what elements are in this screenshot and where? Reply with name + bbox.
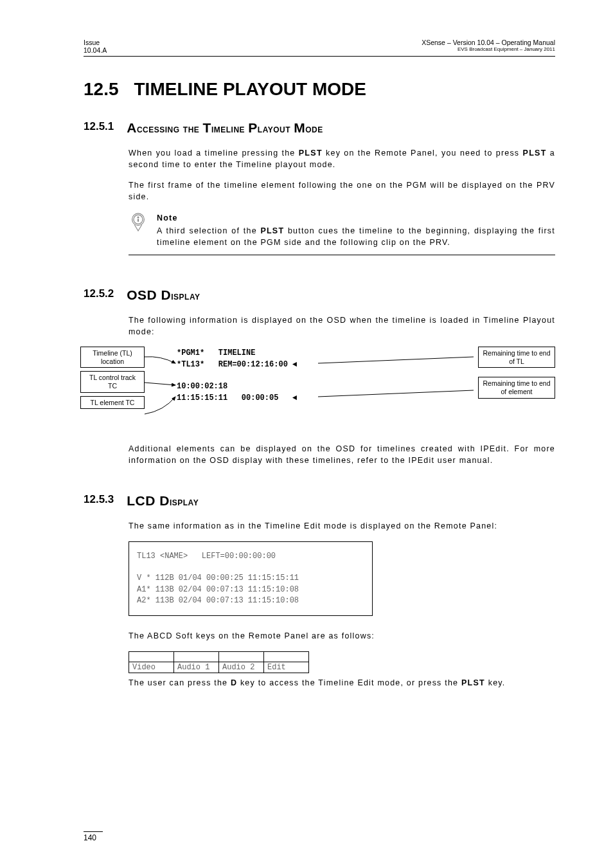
subsection-heading-12-5-3: 12.5.3 LCD Display <box>84 493 555 509</box>
softkey-edit: Edit <box>264 662 309 673</box>
doc-company: EVS Broadcast Equipment – January 2011 <box>422 46 555 52</box>
table-cell <box>129 651 174 662</box>
note-title: Note <box>157 212 555 224</box>
paragraph: The user can press the D key to access t… <box>129 677 555 689</box>
osd-line: *TL13* REM=00:12:16:00 <box>177 360 288 369</box>
table-row: Video Audio 1 Audio 2 Edit <box>129 662 309 673</box>
key-plst: PLST <box>523 149 547 158</box>
svg-line-5 <box>145 383 175 385</box>
osd-left-labels: Timeline (TL) location TL control track … <box>80 347 145 409</box>
issue-label: Issue <box>84 39 107 46</box>
paragraph: Additional elements can be displayed on … <box>129 443 555 466</box>
header-right: XSense – Version 10.04 – Operating Manua… <box>422 39 555 54</box>
table-cell <box>174 651 219 662</box>
page-number: 140 <box>84 831 103 842</box>
paragraph: The ABCD Soft keys on the Remote Panel a… <box>129 630 555 642</box>
paragraph: When you load a timeline pressing the PL… <box>129 147 555 170</box>
osd-right-labels: Remaining time to end of TL Remaining ti… <box>478 347 555 398</box>
subheading-number: 12.5.3 <box>84 493 114 509</box>
paragraph: The following information is displayed o… <box>129 314 555 338</box>
paragraph: The same information as in the Timeline … <box>129 520 555 532</box>
text: key. <box>485 678 505 687</box>
osd-line: *PGM1* TIMELINE <box>177 348 255 357</box>
note-block: Note A third selection of the PLST butto… <box>129 212 555 255</box>
issue-value: 10.04.A <box>84 46 107 54</box>
text: A third selection of the <box>157 226 260 235</box>
svg-line-7 <box>318 390 474 397</box>
label-tl-element-tc: TL element TC <box>80 396 145 410</box>
section-heading-12-5: 12.5 TIMELINE PLAYOUT MODE <box>84 79 555 100</box>
text: key on the Remote Panel, you need to pre… <box>323 149 523 158</box>
subheading-number: 12.5.2 <box>84 287 114 303</box>
key-plst: PLST <box>461 678 485 687</box>
softkey-audio2: Audio 2 <box>219 662 264 673</box>
osd-line: 10:00:02:18 <box>177 382 227 391</box>
page-header: Issue 10.04.A XSense – Version 10.04 – O… <box>84 39 555 57</box>
paragraph: The first frame of the timeline element … <box>129 179 555 203</box>
svg-rect-3 <box>138 219 139 222</box>
lcd-display-box: TL13 <NAME> LEFT=00:00:00:00 V * 112B 01… <box>129 541 373 617</box>
softkey-audio1: Audio 1 <box>174 662 219 673</box>
heading-number: 12.5 <box>84 79 119 100</box>
text: When you load a timeline pressing the <box>129 149 299 158</box>
text: The user can press the <box>129 678 231 687</box>
subheading-number: 12.5.1 <box>84 120 114 136</box>
label-remaining-time-element: Remaining time to end of element <box>478 377 555 398</box>
heading-title: TIMELINE PLAYOUT MODE <box>134 79 366 100</box>
table-cell <box>264 651 309 662</box>
subsection-heading-12-5-1: 12.5.1 Accessing the Timeline Playout Mo… <box>84 120 555 136</box>
osd-screen-text: *PGM1* TIMELINE *TL13* REM=00:12:16:00 ◄… <box>177 348 297 404</box>
softkeys-table: Video Audio 1 Audio 2 Edit <box>129 651 309 673</box>
table-cell <box>219 651 264 662</box>
osd-line: 11:15:15:11 00:00:05 <box>177 393 278 402</box>
label-timeline-location: Timeline (TL) location <box>80 347 145 368</box>
subheading-title: OSD Display <box>127 287 200 303</box>
table-row <box>129 651 309 662</box>
note-text: Note A third selection of the PLST butto… <box>157 212 555 248</box>
key-plst: PLST <box>299 149 323 158</box>
svg-line-6 <box>318 357 474 363</box>
svg-point-2 <box>138 216 139 218</box>
header-left: Issue 10.04.A <box>84 39 107 54</box>
text: key to access the Timeline Edit mode, or… <box>237 678 461 687</box>
label-remaining-time-tl: Remaining time to end of TL <box>478 347 555 368</box>
key-plst: PLST <box>260 226 284 235</box>
doc-title: XSense – Version 10.04 – Operating Manua… <box>422 39 555 46</box>
subheading-title: LCD Display <box>127 493 199 509</box>
key-d: D <box>231 678 237 687</box>
osd-diagram: Timeline (TL) location TL control track … <box>80 347 555 430</box>
subheading-title: Accessing the Timeline Playout Mode <box>127 120 323 136</box>
note-icon <box>129 212 148 231</box>
label-tl-control-track-tc: TL control track TC <box>80 371 145 392</box>
softkey-video: Video <box>129 662 174 673</box>
subsection-heading-12-5-2: 12.5.2 OSD Display <box>84 287 555 303</box>
